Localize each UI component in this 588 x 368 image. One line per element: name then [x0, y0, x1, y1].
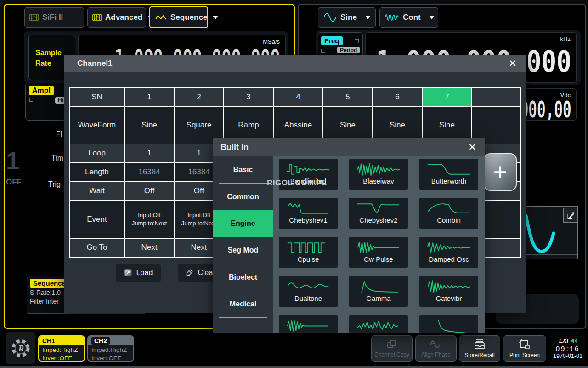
- category-engine[interactable]: Engine: [213, 210, 273, 237]
- dialog-title: Built In: [220, 143, 249, 152]
- sliders-icon: [92, 14, 102, 21]
- chebyshev1-waveform-icon: [284, 200, 332, 217]
- ch2-tab[interactable]: CH2 Imped:HighZ Invert:OFF: [87, 335, 134, 362]
- close-icon[interactable]: ✕: [466, 141, 478, 153]
- sifi-button[interactable]: SiFi II: [24, 7, 84, 28]
- table-cell-goto_value-1[interactable]: Next: [125, 239, 174, 257]
- tile-label: Cw Pulse: [364, 255, 393, 263]
- category-common[interactable]: Common: [213, 184, 273, 210]
- gamma-waveform-icon: [355, 278, 402, 295]
- builtin-tile-gamma[interactable]: Gamma: [349, 276, 408, 307]
- rigol-logo-button[interactable]: R: [6, 332, 35, 364]
- blaseiwav-waveform-icon: [355, 161, 402, 178]
- selector-corner: [29, 98, 33, 102]
- plus-icon: +: [493, 160, 507, 184]
- advanced-dropdown[interactable]: Advanced: [87, 7, 146, 28]
- table-cell-sn-1[interactable]: 1: [125, 88, 174, 106]
- lxi-label: LXI: [559, 337, 568, 344]
- tile-label: Gamma: [366, 294, 390, 302]
- builtin-tile-damped-osc[interactable]: Damped Osc: [419, 237, 478, 268]
- builtin-tile-burst2[interactable]: [279, 315, 338, 333]
- table-cell-sn-7[interactable]: 7: [423, 88, 471, 106]
- watermark-text: RIGOL.COM.PL: [267, 178, 327, 188]
- mode-dropdown[interactable]: Cont: [379, 7, 438, 28]
- table-cell-sn-4[interactable]: 4: [274, 88, 322, 106]
- table-cell-loop-1[interactable]: 1: [125, 144, 174, 162]
- dialog-title: Channel1: [77, 59, 113, 68]
- row-header-goto_value: Go To: [70, 239, 124, 257]
- table-cell-sn-2[interactable]: 2: [175, 88, 223, 106]
- builtin-dialog-header: Built In ✕: [213, 138, 485, 156]
- add-segment-button[interactable]: +: [484, 153, 517, 191]
- tile-label: Damped Osc: [429, 255, 469, 263]
- load-button[interactable]: Load: [116, 264, 161, 282]
- selector-corner: [355, 39, 359, 43]
- table-cell-event-1[interactable]: Input:OffJump to:Next: [125, 201, 174, 238]
- row-header-event: Event: [70, 201, 124, 238]
- chevron-down-icon: [365, 16, 371, 19]
- dampedosc-waveform-icon: [425, 239, 473, 256]
- align-phase-button[interactable]: Align Phase: [415, 335, 457, 362]
- category-bioelect[interactable]: Bioelect: [213, 264, 273, 291]
- button-label: Align Phase: [421, 351, 451, 358]
- svg-text:R: R: [18, 344, 24, 353]
- builtin-tile-gatevibr[interactable]: Gatevibr: [419, 276, 478, 307]
- table-cell-sn-3[interactable]: 3: [224, 88, 273, 106]
- row-header-loop: Loop: [70, 144, 124, 162]
- builtin-tile-butterworth[interactable]: Butterworth: [419, 159, 478, 190]
- table-filler-cell: [472, 88, 520, 106]
- sample-rate-label-2: Rate: [35, 58, 62, 69]
- table-cell-sn-5[interactable]: 5: [323, 88, 372, 106]
- cont-wave-icon: [384, 13, 399, 22]
- builtin-tile-chebyshev2[interactable]: Chebyshev2: [349, 198, 408, 229]
- ch1-tab-label: CH1: [42, 337, 55, 345]
- close-icon[interactable]: ✕: [507, 58, 519, 69]
- align-phase-icon: [429, 339, 443, 350]
- edit-waveform-button[interactable]: [563, 208, 578, 223]
- builtin-tile-lcurve[interactable]: [419, 315, 478, 333]
- tile-label: Gatevibr: [436, 294, 462, 302]
- store-recall-button[interactable]: Store/Recall: [459, 335, 500, 362]
- table-cell-waveform-1[interactable]: Sine: [125, 107, 174, 144]
- category-medical[interactable]: Medical: [213, 291, 273, 317]
- sequence-dropdown[interactable]: Sequence: [149, 6, 208, 28]
- table-cell-wait-1[interactable]: Off: [125, 182, 174, 200]
- table-cell-sn-6[interactable]: 6: [373, 88, 422, 106]
- tile-label: Blaseiwav: [363, 177, 394, 185]
- category-basic[interactable]: Basic: [213, 156, 273, 183]
- tile-label: Combin: [437, 216, 461, 224]
- gatevibr-waveform-icon: [425, 278, 473, 295]
- builtin-tile-blaseiwav[interactable]: Blaseiwav: [349, 159, 408, 190]
- offset-value: 000,00: [520, 96, 571, 121]
- builtin-tile-cw-pulse[interactable]: Cw Pulse: [349, 237, 408, 268]
- rigol-gear-icon: R: [11, 336, 31, 360]
- builtin-tile-chebyshev1[interactable]: Chebyshev1: [279, 198, 338, 229]
- tile-label: Chebyshev1: [289, 216, 327, 224]
- ch1-invert: Invert:OFF: [42, 354, 81, 362]
- butterworth-waveform-icon: [425, 161, 473, 178]
- param-fragment-time: Tim: [51, 154, 63, 162]
- sequence-label: Sequence: [170, 13, 207, 22]
- channel-state-badge: OFF: [6, 178, 22, 187]
- sifi-label: SiFi II: [42, 13, 63, 22]
- ch1-tab[interactable]: CH1 Imped:HighZ Invert:OFF: [38, 335, 85, 362]
- load-label: Load: [136, 269, 153, 277]
- channel-copy-icon: [386, 339, 398, 350]
- print-screen-button[interactable]: Print Screen: [503, 335, 546, 362]
- pencil-square-icon: [566, 211, 575, 219]
- wave-icon: [155, 14, 167, 21]
- status-box[interactable]: LXI 09:16 1970-01-01: [550, 332, 586, 364]
- table-cell-length-1[interactable]: 16384: [125, 163, 174, 181]
- waveform-dropdown[interactable]: Sine: [318, 7, 376, 28]
- store-recall-icon: [473, 339, 486, 351]
- category-seg-mod[interactable]: Seg Mod: [213, 237, 273, 264]
- chevron-down-icon: [213, 16, 218, 19]
- builtin-tile-cpulse[interactable]: Cpulse: [279, 237, 338, 268]
- builtin-tile-dualtone[interactable]: Dualtone: [279, 276, 338, 307]
- mode-select-label: Cont: [403, 13, 421, 22]
- channel-copy-button[interactable]: Channel Copy: [371, 335, 413, 362]
- builtin-tile-noise[interactable]: [349, 315, 408, 333]
- button-label: Store/Recall: [464, 352, 494, 358]
- builtin-tile-combin[interactable]: Combin: [419, 198, 478, 229]
- advanced-label: Advanced: [105, 13, 142, 22]
